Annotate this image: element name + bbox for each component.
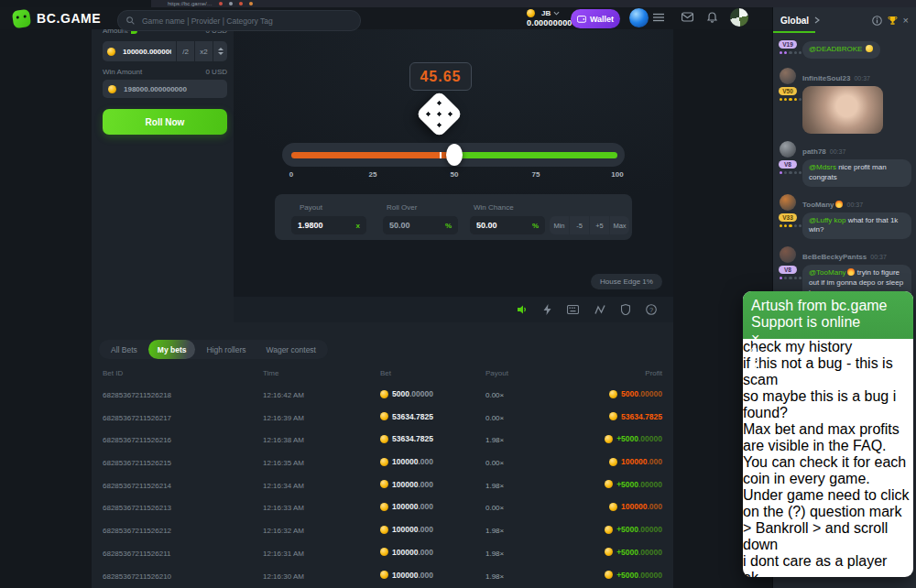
browser-extension-icon[interactable]	[249, 2, 253, 5]
bell-icon[interactable]	[707, 12, 717, 23]
game-search[interactable]	[117, 10, 361, 31]
payout-input[interactable]	[298, 221, 356, 230]
payout-field[interactable]: x	[291, 216, 366, 234]
coin-icon	[380, 548, 388, 556]
win-chance-quick-button[interactable]: -5	[570, 216, 589, 234]
bet-profit: +5000.00000	[605, 548, 662, 557]
table-row[interactable]: 68285367211526216 12:16:38 AM 53634.7825…	[92, 429, 673, 452]
table-row[interactable]: 68285367211526210 12:16:30 AM 100000.000…	[92, 565, 673, 588]
win-chance-quick-button[interactable]: +5	[590, 216, 609, 234]
chat-username[interactable]: TooMany	[802, 201, 844, 209]
wallet-button[interactable]: Wallet	[571, 9, 620, 28]
bet-amount-group: /2 x2	[103, 41, 227, 61]
win-chance-field[interactable]: %	[470, 216, 545, 234]
fairness-shield-icon[interactable]	[621, 304, 630, 315]
star-dot	[794, 277, 797, 279]
slider-tick-label: 50	[451, 170, 459, 179]
bets-tabs: All BetsMy betsHigh rollersWager contest	[99, 340, 328, 359]
mail-icon[interactable]	[682, 12, 693, 22]
star-dot	[784, 224, 787, 227]
tab-all-bets[interactable]: All Bets	[102, 340, 147, 359]
table-row[interactable]: 68285367211526215 12:16:35 AM 100000.000…	[92, 452, 673, 474]
user-avatar[interactable]	[629, 8, 649, 27]
telegram-icon[interactable]	[751, 361, 905, 369]
chat-username[interactable]: path78	[802, 147, 826, 156]
win-chance-quick-button[interactable]: Min	[550, 216, 569, 234]
chat-username[interactable]: BeBeBeckyPantss	[802, 253, 867, 261]
bet-amount: 5000.00000	[380, 389, 433, 398]
table-row[interactable]: 68285367211526212 12:16:32 AM 100000.000…	[92, 519, 673, 542]
search-input[interactable]	[140, 16, 352, 27]
roll-now-button[interactable]: Roll Now	[103, 109, 227, 135]
win-chance-input[interactable]	[476, 221, 532, 230]
browser-url: https://bc.game/…	[168, 0, 213, 7]
close-icon[interactable]: ×	[751, 331, 759, 346]
support-chat-header: Artush from bc.game Support is online ×	[743, 291, 913, 339]
info-icon[interactable]	[872, 16, 882, 26]
tab-high-rollers[interactable]: High rollers	[197, 340, 255, 359]
chat-bubble: @DEADBROKE	[802, 41, 880, 59]
bet-amount-input[interactable]	[123, 48, 171, 56]
hotkeys-icon[interactable]	[567, 305, 579, 314]
email-icon[interactable]	[751, 354, 905, 361]
chat-mention[interactable]: @Mdsrs	[809, 163, 836, 171]
table-row[interactable]: 68285367211526211 12:16:31 AM 100000.000…	[92, 542, 673, 565]
browser-extension-icon[interactable]	[219, 2, 223, 5]
win-chance-quick-button[interactable]: Max	[610, 216, 629, 234]
roll-over-input[interactable]	[389, 221, 445, 230]
stepper-down-icon[interactable]	[218, 52, 224, 55]
bet-id: 68285367211526217	[103, 414, 171, 422]
bet-amount: 100000.000	[380, 548, 433, 557]
bet-amount-field[interactable]	[103, 41, 176, 61]
bolt-icon[interactable]	[543, 304, 551, 315]
support-user-message: ok	[743, 570, 913, 577]
table-row[interactable]: 68285367211526213 12:16:33 AM 100000.000…	[92, 496, 673, 519]
volume-icon[interactable]	[517, 304, 528, 315]
amount-stepper[interactable]	[213, 41, 227, 61]
bonus-spin-avatar[interactable]	[730, 8, 748, 27]
slider-tick-label: 100	[611, 170, 623, 179]
trophy-icon[interactable]	[888, 16, 898, 26]
menu-icon[interactable]	[653, 13, 664, 22]
avatar[interactable]	[780, 68, 796, 84]
chat-username[interactable]: InfiniteSoul23	[802, 74, 850, 82]
help-icon[interactable]: ?	[646, 304, 657, 315]
table-row[interactable]: 68285367211526214 12:16:34 AM 100000.000…	[92, 474, 673, 497]
half-bet-button[interactable]: /2	[177, 41, 194, 61]
chat-room-title[interactable]: Global	[780, 16, 809, 26]
tab-my-bets[interactable]: My bets	[148, 340, 196, 359]
chat-mention[interactable]: @DEADBROKE	[809, 45, 862, 53]
roll-over-field[interactable]: %	[383, 216, 458, 234]
bc-game-logo-icon	[12, 8, 31, 27]
chat-image-crying-baby-photo[interactable]	[802, 86, 883, 134]
avatar[interactable]	[780, 141, 796, 158]
bet-time: 12:16:33 AM	[263, 504, 304, 512]
avatar[interactable]	[780, 194, 796, 211]
close-icon[interactable]: ×	[903, 16, 909, 26]
trends-icon[interactable]	[594, 304, 605, 315]
bet-id: 68285367211526213	[103, 504, 171, 512]
bet-payout: 0.00×	[485, 459, 504, 467]
payout-label: Payout	[300, 203, 322, 212]
chat-bubble: @Mdsrs nice profit man congrats	[802, 159, 911, 187]
tab-wager-contest[interactable]: Wager contest	[256, 340, 325, 359]
star-dot	[794, 51, 797, 54]
star-dot	[780, 277, 782, 279]
win-amount-input[interactable]	[124, 85, 222, 93]
bc-game-logo[interactable]: BC.GAME	[13, 10, 101, 27]
chevron-right-icon[interactable]	[814, 16, 820, 24]
bet-payout: 1.98×	[485, 482, 504, 490]
browser-extension-icon[interactable]	[229, 2, 233, 5]
slider-handle[interactable]	[446, 144, 463, 166]
double-bet-button[interactable]: x2	[195, 41, 213, 61]
browser-extension-icon[interactable]	[239, 2, 243, 5]
table-row[interactable]: 68285367211526218 12:16:42 AM 5000.00000…	[92, 384, 673, 407]
star-dot	[794, 98, 797, 101]
chat-mention[interactable]: @TooMany	[809, 268, 856, 277]
bet-profit: 53634.7825	[609, 412, 662, 421]
chat-mention[interactable]: @Luffy kop	[809, 216, 845, 224]
search-icon[interactable]	[751, 347, 905, 354]
avatar[interactable]	[780, 246, 796, 263]
stepper-up-icon[interactable]	[218, 48, 224, 50]
table-row[interactable]: 68285367211526217 12:16:39 AM 53634.7825…	[92, 407, 673, 430]
